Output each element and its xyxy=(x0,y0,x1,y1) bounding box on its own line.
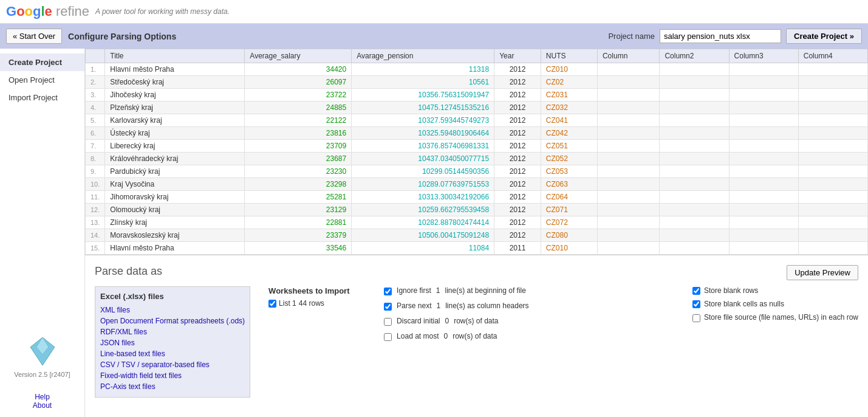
discard-initial-label: Discard initial xyxy=(397,317,440,325)
cell-col xyxy=(597,242,659,255)
about-link[interactable]: About xyxy=(2,401,82,410)
ignore-first-checkbox[interactable] xyxy=(384,288,392,295)
file-type-xml[interactable]: XML files xyxy=(100,305,245,315)
cell-col xyxy=(597,89,659,102)
cell-col3 xyxy=(729,127,798,140)
cell-col xyxy=(597,153,659,165)
cell-salary: 22881 xyxy=(245,216,352,229)
cell-nuts: CZ053 xyxy=(541,165,597,178)
cell-col2 xyxy=(660,114,729,127)
sidebar-version: Version 2.5 [r2407] xyxy=(14,371,70,378)
cell-num: 12. xyxy=(86,204,105,216)
file-type-pc[interactable]: PC-Axis text files xyxy=(100,381,245,392)
file-type-ods[interactable]: Open Document Format spreadsheets (.ods) xyxy=(100,315,245,326)
help-link[interactable]: Help xyxy=(2,393,82,401)
file-type-csv[interactable]: CSV / TSV / separator-based files xyxy=(100,359,245,370)
col-header-nuts: NUTS xyxy=(541,49,597,63)
cell-year: 2011 xyxy=(494,242,541,255)
cell-year: 2012 xyxy=(494,76,541,89)
cell-nuts: CZ071 xyxy=(541,204,597,216)
cell-num: 4. xyxy=(86,102,105,114)
store-blank-rows-checkbox[interactable] xyxy=(692,287,700,295)
cell-col2 xyxy=(660,76,729,89)
table-row: 10. Kraj Vysočina 23298 10289.0776397515… xyxy=(86,178,868,191)
cell-nuts: CZ010 xyxy=(541,63,597,76)
cell-salary: 23816 xyxy=(245,127,352,140)
store-blank-cells-checkbox[interactable] xyxy=(692,300,700,308)
cell-nuts: CZ042 xyxy=(541,127,597,140)
table-row: 5. Karlovarský kraj 22122 10327.59344574… xyxy=(86,114,868,127)
create-project-button[interactable]: Create Project » xyxy=(786,29,862,44)
diamond-icon xyxy=(27,336,58,367)
table-row: 15. Hlavní město Praha 33546 11084 2011 … xyxy=(86,242,868,255)
cell-title: Ústecký kraj xyxy=(105,127,245,140)
cell-col2 xyxy=(660,216,729,229)
cell-num: 3. xyxy=(86,89,105,102)
sidebar-logo: Version 2.5 [r2407] xyxy=(8,330,76,384)
cell-col3 xyxy=(729,229,798,242)
sidebar-item-create-project[interactable]: Create Project xyxy=(0,53,84,71)
project-name-input[interactable] xyxy=(660,29,781,43)
cell-year: 2012 xyxy=(494,165,541,178)
store-file-source-checkbox[interactable] xyxy=(692,314,700,322)
parse-layout: Excel (.xlsx) files XML files Open Docum… xyxy=(95,286,858,398)
cell-year: 2012 xyxy=(494,204,541,216)
cell-col4 xyxy=(798,165,867,178)
ignore-first-label: Ignore first xyxy=(397,286,431,295)
table-row: 2. Středočeský kraj 26097 10561 2012 CZ0… xyxy=(86,76,868,89)
cell-year: 2012 xyxy=(494,229,541,242)
worksheet-item: List 1 44 rows xyxy=(268,299,366,308)
sidebar: Create Project Open Project Import Proje… xyxy=(0,49,85,417)
cell-col4 xyxy=(798,140,867,153)
cell-pension: 10259.662795539458 xyxy=(352,204,494,216)
table-row: 4. Plzeňský kraj 24885 10475.12745153521… xyxy=(86,102,868,114)
table-row: 9. Pardubický kraj 23230 10299.051445903… xyxy=(86,165,868,178)
start-over-button[interactable]: « Start Over xyxy=(6,29,62,44)
cell-col3 xyxy=(729,63,798,76)
cell-num: 7. xyxy=(86,140,105,153)
update-preview-button[interactable]: Update Preview xyxy=(787,265,858,280)
table-row: 14. Moravskoslezský kraj 23379 10506.004… xyxy=(86,229,868,242)
cell-salary: 23298 xyxy=(245,178,352,191)
cell-title: Jihomoravský kraj xyxy=(105,191,245,204)
file-type-rdf[interactable]: RDF/XML files xyxy=(100,326,245,337)
load-at-most-checkbox[interactable] xyxy=(384,333,392,341)
file-type-fixed[interactable]: Fixed-width field text files xyxy=(100,370,245,381)
worksheet-checkbox-list1[interactable] xyxy=(268,300,276,308)
option-parse-next: Parse next 1 line(s) as column headers xyxy=(384,302,674,311)
cell-col4 xyxy=(798,242,867,255)
cell-pension: 10313.300342192066 xyxy=(352,191,494,204)
cell-col2 xyxy=(660,140,729,153)
worksheets-section: Worksheets to Import List 1 44 rows xyxy=(268,286,366,310)
cell-col xyxy=(597,191,659,204)
col-header-col: Column xyxy=(597,49,659,63)
sidebar-item-import-project[interactable]: Import Project xyxy=(0,89,84,106)
sidebar-item-open-project[interactable]: Open Project xyxy=(0,71,84,89)
option-discard-initial: Discard initial 0 row(s) of data xyxy=(384,317,674,326)
cell-col2 xyxy=(660,229,729,242)
cell-col4 xyxy=(798,178,867,191)
cell-title: Pardubický kraj xyxy=(105,165,245,178)
cell-pension: 10506.004175091248 xyxy=(352,229,494,242)
cell-num: 11. xyxy=(86,191,105,204)
file-type-line[interactable]: Line-based text files xyxy=(100,348,245,359)
cell-col4 xyxy=(798,216,867,229)
cell-col xyxy=(597,127,659,140)
cell-col2 xyxy=(660,89,729,102)
cell-col xyxy=(597,114,659,127)
cell-col2 xyxy=(660,153,729,165)
file-type-list: Excel (.xlsx) files XML files Open Docum… xyxy=(95,286,250,398)
cell-col2 xyxy=(660,178,729,191)
col-header-num xyxy=(86,49,105,63)
configure-label: Configure Parsing Options xyxy=(68,32,176,41)
file-type-json[interactable]: JSON files xyxy=(100,337,245,348)
cell-num: 8. xyxy=(86,153,105,165)
cell-year: 2012 xyxy=(494,178,541,191)
cell-nuts: CZ052 xyxy=(541,153,597,165)
cell-nuts: CZ031 xyxy=(541,89,597,102)
cell-col3 xyxy=(729,216,798,229)
discard-initial-checkbox[interactable] xyxy=(384,318,392,326)
cell-col4 xyxy=(798,114,867,127)
cell-pension: 10437.034050077715 xyxy=(352,153,494,165)
parse-next-checkbox[interactable] xyxy=(384,303,392,311)
